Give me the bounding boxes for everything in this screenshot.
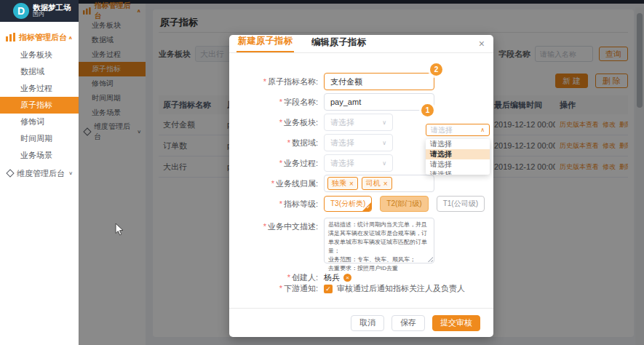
- field-label: 字段名称:: [284, 98, 318, 106]
- level-t1-button[interactable]: T1(公司级): [437, 196, 485, 212]
- dropdown-option[interactable]: 请选择: [426, 159, 490, 170]
- notify-text: 审核通过后通知指标关注人及负责人: [337, 284, 465, 293]
- modal-footer: 取消 保存 提交审核: [229, 308, 493, 337]
- nav-section-dimension[interactable]: 维度管理后台 ∨: [0, 164, 79, 183]
- business-section-select[interactable]: 请选择 ∨: [324, 114, 393, 131]
- business-process-select[interactable]: 请选择 ∨: [324, 154, 393, 172]
- name-label: 原子指标名称:: [268, 77, 318, 86]
- metric-name-input[interactable]: [324, 73, 434, 90]
- diamond-icon: [6, 169, 14, 177]
- chevron-down-icon: ∨: [382, 160, 386, 167]
- desc-label: 业务中文描述:: [268, 222, 318, 231]
- resize-grip-icon[interactable]: [427, 256, 433, 262]
- logo-icon: D: [13, 3, 29, 19]
- logo-subtitle: 国内: [33, 12, 71, 17]
- field-name-input-modal[interactable]: [324, 93, 434, 111]
- tag-solo-ride: 独乘×: [327, 177, 358, 190]
- selected-corner-icon: ✓: [362, 202, 371, 211]
- line-label: 业务线归属:: [276, 179, 318, 188]
- sidebar-item-time-period[interactable]: 时间周期: [0, 130, 79, 147]
- inner-app: 指标管理后台 ∧ 业务板块 数据域 业务过程 原子指标 修饰词 时间周期 业务场…: [79, 0, 644, 345]
- domain-label: 数据域:: [292, 138, 318, 147]
- nav-section-label: 指标管理后台: [19, 32, 67, 43]
- dropdown-option[interactable]: 请选择: [426, 139, 490, 149]
- sidebar-item-business-section[interactable]: 业务板块: [0, 47, 79, 63]
- tag-close-icon[interactable]: ×: [349, 180, 354, 188]
- dropdown-option-selected[interactable]: 请选择: [426, 149, 490, 159]
- logo-header: D 数据梦工场 国内: [0, 0, 79, 22]
- level-t2-button[interactable]: T2(部门级): [380, 196, 428, 212]
- main-nav: 指标管理后台 ∧ 业务板块 数据域 业务过程 原子指标 修饰词 时间周期 业务场…: [0, 22, 79, 183]
- tag-close-icon[interactable]: ×: [383, 180, 388, 188]
- step-badge-2: 2: [430, 63, 442, 76]
- submit-review-button[interactable]: 提交审核: [432, 315, 480, 331]
- sidebar-item-atomic-metric[interactable]: 原子指标: [0, 97, 79, 114]
- notify-label: 下游通知:: [284, 284, 318, 293]
- notify-checkbox[interactable]: ✓: [324, 285, 333, 293]
- dropdown-panel: 请选择 请选择 请选择 请选择: [426, 139, 490, 175]
- close-icon[interactable]: ×: [479, 39, 485, 49]
- nav-section-label: 维度管理后台: [17, 168, 65, 179]
- modal-tabs: 新建原子指标 编辑原子指标 ×: [229, 35, 493, 53]
- step-badge-1: 1: [421, 104, 434, 116]
- floating-dropdown: 请选择 ∧ 请选择 请选择 请选择 请选择: [426, 124, 490, 175]
- cancel-button[interactable]: 取消: [351, 315, 384, 331]
- creator-label: 创建人:: [292, 273, 318, 282]
- business-line-tags[interactable]: 独乘× 司机×: [324, 175, 434, 192]
- chevron-down-icon: ∨: [68, 170, 73, 175]
- creator-name: 杨兵: [324, 272, 340, 282]
- app-screen: D 数据梦工场 国内 指标管理后台 ∧ 业务板块 数据域 业务过程 原子指标 修…: [0, 0, 644, 345]
- data-domain-select[interactable]: 请选择 ∨: [324, 134, 393, 151]
- tab-edit-metric[interactable]: 编辑原子指标: [310, 36, 367, 52]
- sidebar-item-data-domain[interactable]: 数据域: [0, 63, 79, 80]
- chevron-down-icon: ∨: [382, 140, 386, 146]
- save-button[interactable]: 保存: [391, 315, 425, 331]
- atomic-metric-modal: 新建原子指标 编辑原子指标 × *原子指标名称: *字段名称: *业务板块: 请…: [229, 35, 493, 337]
- section-label: 业务板块:: [284, 118, 318, 127]
- chevron-up-icon: ∧: [480, 127, 485, 133]
- dropdown-select[interactable]: 请选择 ∧: [426, 124, 490, 136]
- process-label: 业务过程:: [284, 159, 318, 167]
- chevron-down-icon: ∨: [382, 119, 386, 126]
- sidebar-item-modifier[interactable]: 修饰词: [0, 114, 79, 130]
- level-label: 指标等级:: [284, 199, 318, 208]
- tag-driver: 司机×: [362, 177, 392, 190]
- remove-creator-icon[interactable]: ×: [343, 274, 351, 282]
- sidebar-item-business-process[interactable]: 业务过程: [0, 80, 79, 97]
- mouse-cursor: [115, 223, 124, 236]
- bar-chart-icon: [6, 33, 15, 41]
- dropdown-option[interactable]: 请选择: [426, 170, 490, 175]
- tab-create-metric[interactable]: 新建原子指标: [236, 35, 294, 52]
- sidebar-main: D 数据梦工场 国内 指标管理后台 ∧ 业务板块 数据域 业务过程 原子指标 修…: [0, 0, 79, 345]
- level-t3-button[interactable]: T3(分析类)✓: [324, 196, 372, 212]
- chevron-up-icon: ∧: [68, 34, 73, 39]
- sidebar-item-business-scene[interactable]: 业务场景: [0, 147, 79, 164]
- nav-section-metrics[interactable]: 指标管理后台 ∧: [0, 28, 79, 47]
- description-textarea[interactable]: 基础描述：统计周期内当天完单，并且满足其车辆在发证城市是合规车辆，订单发单城市和…: [324, 218, 434, 263]
